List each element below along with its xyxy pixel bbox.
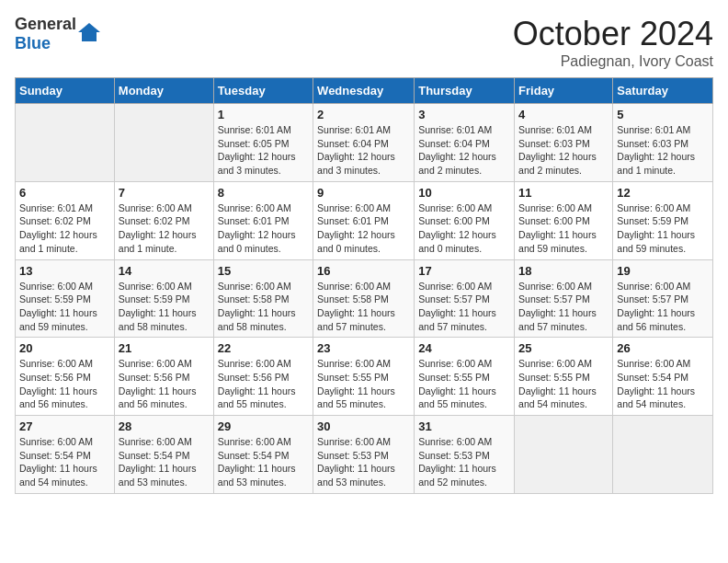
weekday-header-wednesday: Wednesday	[313, 78, 415, 104]
day-cell-4: 4Sunrise: 6:01 AM Sunset: 6:03 PM Daylig…	[515, 104, 613, 182]
day-number: 25	[518, 341, 609, 355]
day-number: 18	[518, 264, 609, 278]
day-cell-15: 15Sunrise: 6:00 AM Sunset: 5:58 PM Dayli…	[213, 259, 313, 338]
day-cell-20: 20Sunrise: 6:00 AM Sunset: 5:56 PM Dayli…	[16, 338, 115, 416]
day-cell-11: 11Sunrise: 6:00 AM Sunset: 6:00 PM Dayli…	[515, 181, 613, 259]
day-info: Sunrise: 6:01 AM Sunset: 6:04 PM Dayligh…	[418, 123, 510, 178]
day-info: Sunrise: 6:00 AM Sunset: 5:58 PM Dayligh…	[317, 280, 410, 334]
day-info: Sunrise: 6:00 AM Sunset: 6:01 PM Dayligh…	[317, 201, 410, 256]
day-cell-19: 19Sunrise: 6:00 AM Sunset: 5:57 PM Dayli…	[613, 259, 713, 338]
logo-general: General	[15, 15, 76, 33]
weekday-header-tuesday: Tuesday	[213, 78, 313, 104]
day-info: Sunrise: 6:00 AM Sunset: 6:00 PM Dayligh…	[418, 201, 510, 256]
day-cell-16: 16Sunrise: 6:00 AM Sunset: 5:58 PM Dayli…	[313, 259, 415, 338]
day-info: Sunrise: 6:01 AM Sunset: 6:05 PM Dayligh…	[218, 123, 309, 178]
day-cell-5: 5Sunrise: 6:01 AM Sunset: 6:03 PM Daylig…	[613, 104, 713, 182]
day-info: Sunrise: 6:00 AM Sunset: 5:53 PM Dayligh…	[418, 435, 510, 489]
day-info: Sunrise: 6:00 AM Sunset: 5:56 PM Dayligh…	[119, 357, 210, 411]
day-cell-31: 31Sunrise: 6:00 AM Sunset: 5:53 PM Dayli…	[415, 416, 515, 494]
day-number: 28	[119, 419, 210, 433]
day-number: 3	[418, 108, 510, 121]
weekday-header-monday: Monday	[114, 78, 213, 104]
day-cell-22: 22Sunrise: 6:00 AM Sunset: 5:56 PM Dayli…	[213, 338, 313, 416]
empty-cell	[16, 104, 115, 182]
day-cell-30: 30Sunrise: 6:00 AM Sunset: 5:53 PM Dayli…	[313, 416, 415, 494]
day-cell-29: 29Sunrise: 6:00 AM Sunset: 5:54 PM Dayli…	[213, 416, 313, 494]
weekday-header-sunday: Sunday	[16, 78, 115, 104]
day-cell-3: 3Sunrise: 6:01 AM Sunset: 6:04 PM Daylig…	[415, 104, 515, 182]
day-cell-23: 23Sunrise: 6:00 AM Sunset: 5:55 PM Dayli…	[313, 338, 415, 416]
day-info: Sunrise: 6:01 AM Sunset: 6:03 PM Dayligh…	[617, 123, 709, 178]
weekday-header-saturday: Saturday	[613, 78, 713, 104]
logo-icon	[78, 23, 100, 45]
day-number: 24	[418, 341, 510, 355]
day-number: 6	[19, 186, 110, 200]
day-number: 12	[617, 186, 709, 200]
day-info: Sunrise: 6:00 AM Sunset: 5:54 PM Dayligh…	[19, 435, 110, 489]
page-header: General Blue October 2024 Padiegnan, Ivo…	[15, 15, 713, 70]
day-number: 8	[218, 186, 309, 200]
day-info: Sunrise: 6:00 AM Sunset: 5:55 PM Dayligh…	[418, 357, 510, 411]
day-number: 29	[218, 419, 309, 433]
week-row-4: 20Sunrise: 6:00 AM Sunset: 5:56 PM Dayli…	[16, 338, 713, 416]
day-number: 30	[317, 419, 410, 433]
day-number: 31	[418, 419, 510, 433]
day-cell-2: 2Sunrise: 6:01 AM Sunset: 6:04 PM Daylig…	[313, 104, 415, 182]
week-row-2: 6Sunrise: 6:01 AM Sunset: 6:02 PM Daylig…	[16, 181, 713, 259]
weekday-header-row: SundayMondayTuesdayWednesdayThursdayFrid…	[16, 78, 713, 104]
day-info: Sunrise: 6:00 AM Sunset: 5:59 PM Dayligh…	[119, 280, 210, 334]
day-number: 10	[418, 186, 510, 200]
day-number: 26	[617, 341, 709, 355]
week-row-3: 13Sunrise: 6:00 AM Sunset: 5:59 PM Dayli…	[16, 259, 713, 338]
day-number: 27	[19, 419, 110, 433]
day-cell-28: 28Sunrise: 6:00 AM Sunset: 5:54 PM Dayli…	[114, 416, 213, 494]
day-number: 2	[317, 108, 410, 121]
day-info: Sunrise: 6:00 AM Sunset: 5:56 PM Dayligh…	[218, 357, 309, 411]
day-number: 15	[218, 264, 309, 278]
weekday-header-friday: Friday	[515, 78, 613, 104]
day-number: 16	[317, 264, 410, 278]
empty-cell	[613, 416, 713, 494]
day-info: Sunrise: 6:00 AM Sunset: 5:55 PM Dayligh…	[317, 357, 410, 411]
day-cell-7: 7Sunrise: 6:00 AM Sunset: 6:02 PM Daylig…	[114, 181, 213, 259]
day-number: 7	[119, 186, 210, 200]
day-cell-10: 10Sunrise: 6:00 AM Sunset: 6:00 PM Dayli…	[415, 181, 515, 259]
day-info: Sunrise: 6:00 AM Sunset: 5:56 PM Dayligh…	[19, 357, 110, 411]
day-cell-27: 27Sunrise: 6:00 AM Sunset: 5:54 PM Dayli…	[16, 416, 115, 494]
title-area: October 2024 Padiegnan, Ivory Coast	[513, 15, 713, 70]
day-number: 23	[317, 341, 410, 355]
day-cell-26: 26Sunrise: 6:00 AM Sunset: 5:54 PM Dayli…	[613, 338, 713, 416]
day-number: 5	[617, 108, 709, 121]
logo: General Blue	[15, 15, 100, 53]
calendar-table: SundayMondayTuesdayWednesdayThursdayFrid…	[15, 77, 713, 494]
day-info: Sunrise: 6:00 AM Sunset: 5:57 PM Dayligh…	[617, 280, 709, 334]
day-cell-14: 14Sunrise: 6:00 AM Sunset: 5:59 PM Dayli…	[114, 259, 213, 338]
day-info: Sunrise: 6:00 AM Sunset: 5:55 PM Dayligh…	[518, 357, 609, 411]
empty-cell	[114, 104, 213, 182]
weekday-header-thursday: Thursday	[415, 78, 515, 104]
day-cell-6: 6Sunrise: 6:01 AM Sunset: 6:02 PM Daylig…	[16, 181, 115, 259]
day-cell-8: 8Sunrise: 6:00 AM Sunset: 6:01 PM Daylig…	[213, 181, 313, 259]
day-info: Sunrise: 6:00 AM Sunset: 5:53 PM Dayligh…	[317, 435, 410, 489]
day-number: 4	[518, 108, 609, 121]
logo-text: General Blue	[15, 15, 76, 53]
day-info: Sunrise: 6:00 AM Sunset: 5:58 PM Dayligh…	[218, 280, 309, 334]
day-number: 21	[119, 341, 210, 355]
month-title: October 2024	[513, 15, 713, 53]
week-row-5: 27Sunrise: 6:00 AM Sunset: 5:54 PM Dayli…	[16, 416, 713, 494]
day-info: Sunrise: 6:00 AM Sunset: 6:01 PM Dayligh…	[218, 201, 309, 256]
day-cell-9: 9Sunrise: 6:00 AM Sunset: 6:01 PM Daylig…	[313, 181, 415, 259]
day-cell-12: 12Sunrise: 6:00 AM Sunset: 5:59 PM Dayli…	[613, 181, 713, 259]
day-cell-25: 25Sunrise: 6:00 AM Sunset: 5:55 PM Dayli…	[515, 338, 613, 416]
day-info: Sunrise: 6:00 AM Sunset: 5:59 PM Dayligh…	[19, 280, 110, 334]
day-number: 9	[317, 186, 410, 200]
day-number: 22	[218, 341, 309, 355]
day-info: Sunrise: 6:00 AM Sunset: 5:59 PM Dayligh…	[617, 201, 709, 256]
day-info: Sunrise: 6:00 AM Sunset: 5:57 PM Dayligh…	[518, 280, 609, 334]
location-title: Padiegnan, Ivory Coast	[513, 53, 713, 70]
day-info: Sunrise: 6:00 AM Sunset: 5:54 PM Dayligh…	[218, 435, 309, 489]
day-info: Sunrise: 6:00 AM Sunset: 6:02 PM Dayligh…	[119, 201, 210, 256]
day-cell-13: 13Sunrise: 6:00 AM Sunset: 5:59 PM Dayli…	[16, 259, 115, 338]
logo-blue: Blue	[15, 34, 51, 52]
day-cell-24: 24Sunrise: 6:00 AM Sunset: 5:55 PM Dayli…	[415, 338, 515, 416]
